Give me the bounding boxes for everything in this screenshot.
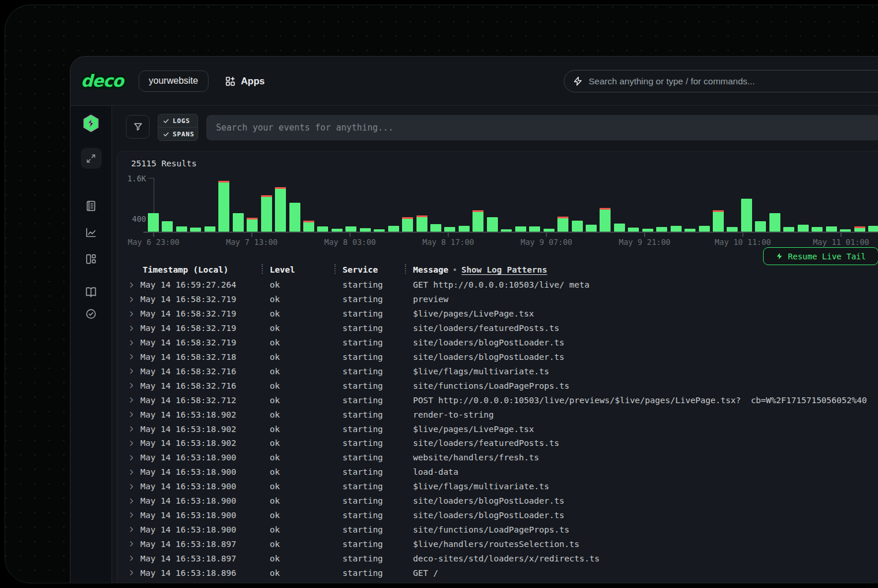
- chevron-right-icon[interactable]: [128, 310, 140, 318]
- chevron-right-icon[interactable]: [128, 540, 140, 548]
- deco-logo[interactable]: deco: [81, 71, 124, 91]
- site-selector-button[interactable]: yourwebsite: [139, 70, 209, 92]
- log-row[interactable]: May 14 16:53:18.900 ok starting site/fun…: [117, 522, 878, 537]
- histogram-bar[interactable]: [459, 226, 470, 232]
- histogram-bar[interactable]: [755, 221, 766, 232]
- spans-toggle[interactable]: SPANS: [158, 127, 198, 140]
- histogram-bar[interactable]: [218, 181, 229, 232]
- chevron-right-icon[interactable]: [128, 468, 140, 476]
- log-row[interactable]: May 14 16:53:18.900 ok starting load-dat…: [117, 465, 878, 479]
- log-row[interactable]: May 14 16:53:18.897 ok starting deco-sit…: [117, 551, 878, 565]
- chevron-right-icon[interactable]: [128, 296, 140, 303]
- log-row[interactable]: May 14 16:58:32.716 ok starting $live/fl…: [117, 364, 878, 378]
- log-row[interactable]: May 14 16:53:18.902 ok starting $live/pa…: [117, 422, 878, 436]
- filter-button[interactable]: [126, 115, 150, 139]
- column-divider[interactable]: [405, 264, 406, 274]
- log-row[interactable]: May 14 16:58:32.719 ok starting preview: [117, 292, 878, 307]
- log-row[interactable]: May 14 16:58:32.712 ok starting POST htt…: [117, 393, 878, 407]
- chevron-right-icon[interactable]: [128, 569, 140, 576]
- show-log-patterns-link[interactable]: Show Log Patterns: [462, 265, 547, 274]
- log-row[interactable]: May 14 16:58:32.716 ok starting site/fun…: [117, 378, 878, 393]
- logs-toggle[interactable]: LOGS: [158, 114, 198, 127]
- histogram-bar[interactable]: [204, 226, 215, 232]
- histogram-bar[interactable]: [444, 227, 455, 232]
- histogram-bar[interactable]: [317, 226, 328, 232]
- global-search-input[interactable]: Search anything or type / for commands..…: [564, 70, 878, 92]
- log-row[interactable]: May 14 16:53:18.900 ok starting website/…: [117, 451, 878, 465]
- log-row[interactable]: May 14 16:58:32.719 ok starting site/loa…: [117, 321, 878, 336]
- chevron-right-icon[interactable]: [128, 411, 140, 418]
- chevron-right-icon[interactable]: [128, 382, 140, 389]
- histogram-bar[interactable]: [190, 228, 201, 232]
- log-row[interactable]: May 14 16:53:18.900 ok starting $live/fl…: [117, 479, 878, 494]
- line-chart-icon[interactable]: [84, 225, 98, 239]
- histogram-bar[interactable]: [233, 213, 244, 232]
- log-row[interactable]: May 14 16:59:27.264 ok starting GET http…: [117, 278, 878, 292]
- chevron-right-icon[interactable]: [128, 396, 140, 404]
- log-row[interactable]: May 14 16:53:18.902 ok starting site/loa…: [117, 436, 878, 451]
- chevron-right-icon[interactable]: [128, 325, 140, 332]
- histogram-bar[interactable]: [812, 227, 823, 232]
- chevron-right-icon[interactable]: [128, 454, 140, 462]
- histogram-bar[interactable]: [473, 210, 483, 232]
- log-row[interactable]: May 14 16:53:18.896 ok starting GET /: [117, 565, 878, 580]
- histogram-bar[interactable]: [261, 195, 272, 232]
- log-row[interactable]: May 14 16:53:18.897 ok starting $live/ha…: [117, 537, 878, 551]
- chevron-right-icon[interactable]: [128, 353, 140, 360]
- histogram-bar[interactable]: [430, 224, 441, 232]
- histogram-bar[interactable]: [600, 208, 611, 232]
- deco-bolt-icon[interactable]: [81, 114, 101, 133]
- log-row[interactable]: May 14 16:58:32.719 ok starting site/loa…: [117, 336, 878, 350]
- histogram-bar[interactable]: [303, 221, 314, 232]
- check-circle-icon[interactable]: [84, 307, 98, 321]
- histogram-bar[interactable]: [289, 203, 300, 232]
- notebook-icon[interactable]: [84, 199, 98, 213]
- histogram-bar[interactable]: [671, 226, 682, 232]
- histogram-bar[interactable]: [741, 199, 752, 232]
- column-divider[interactable]: [262, 264, 263, 274]
- histogram-bar[interactable]: [656, 227, 667, 232]
- chevron-right-icon[interactable]: [128, 526, 140, 533]
- column-header-service[interactable]: Service: [334, 265, 405, 274]
- expand-icon[interactable]: [81, 148, 102, 169]
- book-icon[interactable]: [84, 285, 98, 299]
- histogram-bar[interactable]: [162, 221, 173, 232]
- histogram-bar[interactable]: [557, 217, 568, 232]
- histogram-bar[interactable]: [727, 227, 738, 232]
- event-search-input[interactable]: Search your events for anything...: [206, 115, 878, 140]
- apps-button[interactable]: Apps: [219, 70, 270, 92]
- histogram-bar[interactable]: [628, 228, 639, 232]
- histogram-bar[interactable]: [388, 226, 399, 232]
- layout-icon[interactable]: [84, 252, 98, 266]
- chevron-right-icon[interactable]: [128, 511, 140, 519]
- log-row[interactable]: May 14 16:53:18.900 ok starting site/loa…: [117, 508, 878, 523]
- histogram-bar[interactable]: [868, 226, 878, 232]
- log-row[interactable]: May 14 16:58:32.718 ok starting site/loa…: [117, 350, 878, 364]
- histogram-bar[interactable]: [515, 226, 526, 232]
- histogram-bar[interactable]: [345, 226, 356, 232]
- histogram-bar[interactable]: [783, 227, 794, 232]
- histogram-bar[interactable]: [402, 217, 413, 232]
- histogram-bar[interactable]: [148, 213, 159, 232]
- histogram-bar[interactable]: [176, 226, 187, 232]
- histogram-bar[interactable]: [769, 213, 780, 232]
- histogram-bar[interactable]: [713, 210, 724, 232]
- chevron-right-icon[interactable]: [128, 425, 140, 433]
- chevron-right-icon[interactable]: [128, 440, 140, 447]
- chevron-right-icon[interactable]: [128, 483, 140, 490]
- log-row[interactable]: May 14 16:53:18.900 ok starting site/loa…: [117, 494, 878, 508]
- histogram-bar[interactable]: [416, 215, 427, 232]
- chevron-right-icon[interactable]: [128, 554, 140, 562]
- chevron-right-icon[interactable]: [128, 281, 140, 289]
- column-header-timestamp[interactable]: Timestamp (Local): [140, 265, 262, 274]
- histogram-bar[interactable]: [699, 226, 710, 232]
- column-divider[interactable]: [334, 264, 336, 274]
- histogram-bar[interactable]: [854, 226, 865, 232]
- log-row[interactable]: May 14 16:43:33.727 ok starting OPTIONS …: [117, 580, 878, 583]
- column-header-level[interactable]: Level: [262, 265, 334, 274]
- histogram-bar[interactable]: [275, 187, 286, 232]
- chevron-right-icon[interactable]: [128, 497, 140, 505]
- chevron-right-icon[interactable]: [128, 339, 140, 347]
- log-row[interactable]: May 14 16:58:32.719 ok starting $live/pa…: [117, 307, 878, 321]
- histogram-bar[interactable]: [572, 221, 583, 232]
